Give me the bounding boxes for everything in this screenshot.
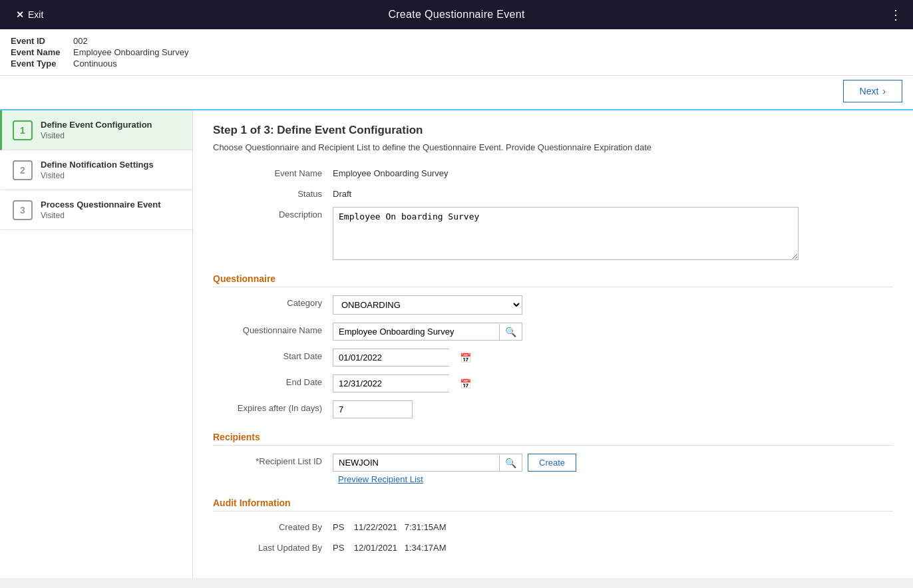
description-form-row: Description Employee On boarding Survey bbox=[213, 207, 893, 260]
last-updated-value: PS 12/01/2021 1:34:17AM bbox=[333, 540, 893, 553]
questionnaire-name-input[interactable] bbox=[333, 323, 499, 340]
end-date-form-row: End Date 📅 bbox=[213, 374, 893, 392]
expires-label: Expires after (In days) bbox=[213, 400, 333, 413]
event-id-row: Event ID 002 bbox=[11, 36, 902, 46]
created-by-label: Created By bbox=[213, 519, 333, 532]
start-date-calendar-button[interactable]: 📅 bbox=[456, 350, 475, 366]
end-date-label: End Date bbox=[213, 374, 333, 387]
meta-bar: Event ID 002 Event Name Employee Onboard… bbox=[0, 29, 913, 76]
sidebar-item-3-subtitle: Visited bbox=[41, 211, 161, 220]
event-name-form-value: Employee Onboarding Survey bbox=[333, 166, 893, 178]
event-type-label: Event Type bbox=[11, 59, 71, 69]
top-bar: ✕ Exit Create Questionnaire Event ⋮ bbox=[0, 0, 913, 29]
start-date-wrap: 📅 bbox=[333, 349, 449, 367]
status-form-label: Status bbox=[213, 186, 333, 199]
next-arrow-icon: › bbox=[882, 86, 886, 96]
next-btn-row: Next › bbox=[0, 76, 913, 110]
sidebar-item-2-text: Define Notification Settings Visited bbox=[41, 160, 154, 180]
created-by-value: PS 11/22/2021 7:31:15AM bbox=[333, 519, 893, 532]
category-select[interactable]: ONBOARDING OTHER bbox=[333, 295, 522, 315]
step-badge-1: 1 bbox=[13, 120, 33, 140]
questionnaire-name-search-button[interactable]: 🔍 bbox=[499, 324, 522, 340]
expires-form-row: Expires after (In days) bbox=[213, 400, 893, 418]
create-button[interactable]: Create bbox=[528, 454, 576, 472]
event-type-value: Continuous bbox=[73, 59, 117, 69]
sidebar-item-notification[interactable]: 2 Define Notification Settings Visited bbox=[0, 150, 192, 190]
category-form-label: Category bbox=[213, 295, 333, 308]
exit-label: Exit bbox=[28, 9, 43, 20]
preview-recipient-list-link[interactable]: Preview Recipient List bbox=[338, 474, 576, 484]
recipient-list-id-search-wrap: 🔍 bbox=[333, 454, 522, 472]
recipient-list-id-label: *Recipient List ID bbox=[213, 454, 333, 466]
end-date-input[interactable] bbox=[333, 375, 456, 392]
content-area: Step 1 of 3: Define Event Configuration … bbox=[193, 110, 913, 578]
sidebar-item-process[interactable]: 3 Process Questionnaire Event Visited bbox=[0, 190, 192, 230]
recipients-section-header: Recipients bbox=[213, 432, 893, 446]
last-updated-label: Last Updated By bbox=[213, 540, 333, 553]
step-badge-2: 2 bbox=[13, 160, 33, 180]
event-id-value: 002 bbox=[73, 36, 88, 46]
created-by-time: 7:31:15AM bbox=[405, 522, 447, 532]
sidebar-item-1-text: Define Event Configuration Visited bbox=[41, 120, 152, 140]
sidebar-item-2-title: Define Notification Settings bbox=[41, 160, 154, 170]
category-form-row: Category ONBOARDING OTHER bbox=[213, 295, 893, 315]
event-name-meta-label: Event Name bbox=[11, 47, 71, 57]
step-badge-3: 3 bbox=[13, 200, 33, 220]
recipient-list-id-search-button[interactable]: 🔍 bbox=[499, 455, 522, 471]
start-date-form-row: Start Date 📅 bbox=[213, 349, 893, 367]
recipient-list-id-form-row: *Recipient List ID 🔍 Create Preview Reci… bbox=[213, 454, 893, 484]
description-form-label: Description bbox=[213, 207, 333, 220]
next-button[interactable]: Next › bbox=[843, 80, 902, 102]
questionnaire-section-header: Questionnaire bbox=[213, 273, 893, 287]
questionnaire-name-form-row: Questionnaire Name 🔍 bbox=[213, 323, 893, 341]
more-options-button[interactable]: ⋮ bbox=[889, 7, 902, 23]
recipient-list-id-col: 🔍 Create Preview Recipient List bbox=[333, 454, 576, 484]
questionnaire-name-search-wrap: 🔍 bbox=[333, 323, 522, 341]
more-icon: ⋮ bbox=[889, 7, 902, 22]
sidebar-item-2-subtitle: Visited bbox=[41, 171, 154, 180]
created-by-row: Created By PS 11/22/2021 7:31:15AM bbox=[213, 519, 893, 532]
created-by-date: 11/22/2021 bbox=[354, 522, 397, 532]
sidebar-item-3-title: Process Questionnaire Event bbox=[41, 200, 161, 210]
next-label: Next bbox=[860, 86, 879, 96]
status-form-value: Draft bbox=[333, 186, 893, 199]
status-form-row: Status Draft bbox=[213, 186, 893, 199]
expires-input[interactable] bbox=[333, 400, 413, 418]
last-updated-date: 12/01/2021 bbox=[354, 543, 397, 553]
recipient-list-id-input[interactable] bbox=[333, 454, 499, 471]
event-id-label: Event ID bbox=[11, 36, 71, 46]
page-subtitle: Choose Questionnaire and Recipient List … bbox=[213, 142, 893, 152]
event-name-form-row: Event Name Employee Onboarding Survey bbox=[213, 166, 893, 178]
created-by-user: PS bbox=[333, 522, 344, 532]
sidebar-item-3-text: Process Questionnaire Event Visited bbox=[41, 200, 161, 220]
last-updated-user: PS bbox=[333, 543, 344, 553]
audit-section-header: Audit Information bbox=[213, 498, 893, 512]
exit-button[interactable]: ✕ Exit bbox=[11, 7, 49, 23]
page-header-title: Create Questionnaire Event bbox=[388, 9, 524, 21]
description-textarea[interactable]: Employee On boarding Survey bbox=[333, 207, 799, 260]
event-name-meta-value: Employee Onboarding Survey bbox=[73, 47, 188, 57]
questionnaire-name-label: Questionnaire Name bbox=[213, 323, 333, 335]
start-date-label: Start Date bbox=[213, 349, 333, 361]
end-date-wrap: 📅 bbox=[333, 374, 449, 392]
last-updated-time: 1:34:17AM bbox=[405, 543, 447, 553]
sidebar: 1 Define Event Configuration Visited 2 D… bbox=[0, 110, 193, 578]
event-name-form-label: Event Name bbox=[213, 166, 333, 178]
end-date-calendar-button[interactable]: 📅 bbox=[456, 376, 475, 392]
start-date-input[interactable] bbox=[333, 349, 456, 366]
recipient-list-id-row: 🔍 Create bbox=[333, 454, 576, 472]
event-type-row: Event Type Continuous bbox=[11, 59, 902, 69]
x-icon: ✕ bbox=[16, 9, 24, 20]
event-name-row: Event Name Employee Onboarding Survey bbox=[11, 47, 902, 57]
sidebar-item-define-event[interactable]: 1 Define Event Configuration Visited bbox=[0, 110, 192, 150]
sidebar-item-1-title: Define Event Configuration bbox=[41, 120, 152, 130]
page-title: Step 1 of 3: Define Event Configuration bbox=[213, 124, 893, 137]
last-updated-row: Last Updated By PS 12/01/2021 1:34:17AM bbox=[213, 540, 893, 553]
sidebar-item-1-subtitle: Visited bbox=[41, 131, 152, 140]
main-layout: 1 Define Event Configuration Visited 2 D… bbox=[0, 110, 913, 578]
